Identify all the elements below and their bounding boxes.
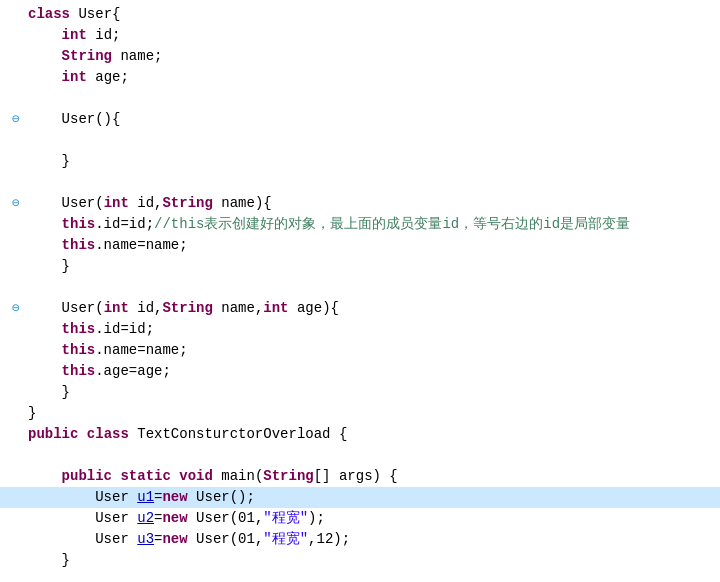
code-line-12: this.name=name; — [28, 235, 712, 256]
code-editor: class User{ int id; String name; int age… — [0, 0, 720, 582]
gutter-15: ⊖ — [8, 299, 24, 319]
code-line-4: int age; — [28, 67, 712, 88]
line-3: String name; — [0, 46, 720, 67]
code-line-11: this.id=id;//this表示创建好的对象，最上面的成员变量id，等号右… — [28, 214, 712, 235]
code-line-24: User u1=new User(); — [28, 487, 712, 508]
code-line-2: int id; — [28, 25, 712, 46]
line-12: this.name=name; — [0, 235, 720, 256]
line-25: User u2=new User(01,"程宽"); — [0, 508, 720, 529]
code-line-22 — [28, 445, 712, 466]
code-line-9 — [28, 172, 712, 193]
code-line-5 — [28, 88, 712, 109]
code-line-27: } — [28, 550, 712, 571]
line-23: public static void main(String[] args) { — [0, 466, 720, 487]
gutter-10: ⊖ — [8, 194, 24, 214]
line-5 — [0, 88, 720, 109]
line-26: User u3=new User(01,"程宽",12); — [0, 529, 720, 550]
code-line-14 — [28, 277, 712, 298]
line-8: } — [0, 151, 720, 172]
collapse-icon-10[interactable]: ⊖ — [12, 194, 20, 214]
collapse-icon-15[interactable]: ⊖ — [12, 299, 20, 319]
line-18: this.age=age; — [0, 361, 720, 382]
code-line-8: } — [28, 151, 712, 172]
line-27: } — [0, 550, 720, 571]
code-line-20: } — [28, 403, 712, 424]
code-line-13: } — [28, 256, 712, 277]
line-7 — [0, 130, 720, 151]
code-line-17: this.name=name; — [28, 340, 712, 361]
code-line-26: User u3=new User(01,"程宽",12); — [28, 529, 712, 550]
line-16: this.id=id; — [0, 319, 720, 340]
line-14 — [0, 277, 720, 298]
line-15: ⊖ User(int id,String name,int age){ — [0, 298, 720, 319]
line-11: this.id=id;//this表示创建好的对象，最上面的成员变量id，等号右… — [0, 214, 720, 235]
line-9 — [0, 172, 720, 193]
code-line-16: this.id=id; — [28, 319, 712, 340]
line-13: } — [0, 256, 720, 277]
line-22 — [0, 445, 720, 466]
code-line-25: User u2=new User(01,"程宽"); — [28, 508, 712, 529]
line-21: public class TextConsturctorOverload { — [0, 424, 720, 445]
line-10: ⊖ User(int id,String name){ — [0, 193, 720, 214]
code-line-6: User(){ — [28, 109, 712, 130]
line-1: class User{ — [0, 4, 720, 25]
code-line-21: public class TextConsturctorOverload { — [28, 424, 712, 445]
line-28 — [0, 571, 720, 582]
code-line-23: public static void main(String[] args) { — [28, 466, 712, 487]
code-line-19: } — [28, 382, 712, 403]
code-line-15: User(int id,String name,int age){ — [28, 298, 712, 319]
line-20: } — [0, 403, 720, 424]
code-line-1: class User{ — [28, 4, 712, 25]
gutter-6: ⊖ — [8, 110, 24, 130]
code-line-18: this.age=age; — [28, 361, 712, 382]
code-line-10: User(int id,String name){ — [28, 193, 712, 214]
line-2: int id; — [0, 25, 720, 46]
code-line-3: String name; — [28, 46, 712, 67]
line-4: int age; — [0, 67, 720, 88]
line-17: this.name=name; — [0, 340, 720, 361]
code-line-7 — [28, 130, 712, 151]
line-24: User u1=new User(); — [0, 487, 720, 508]
line-19: } — [0, 382, 720, 403]
code-line-28 — [28, 571, 712, 582]
line-6: ⊖ User(){ — [0, 109, 720, 130]
collapse-icon-6[interactable]: ⊖ — [12, 110, 20, 130]
